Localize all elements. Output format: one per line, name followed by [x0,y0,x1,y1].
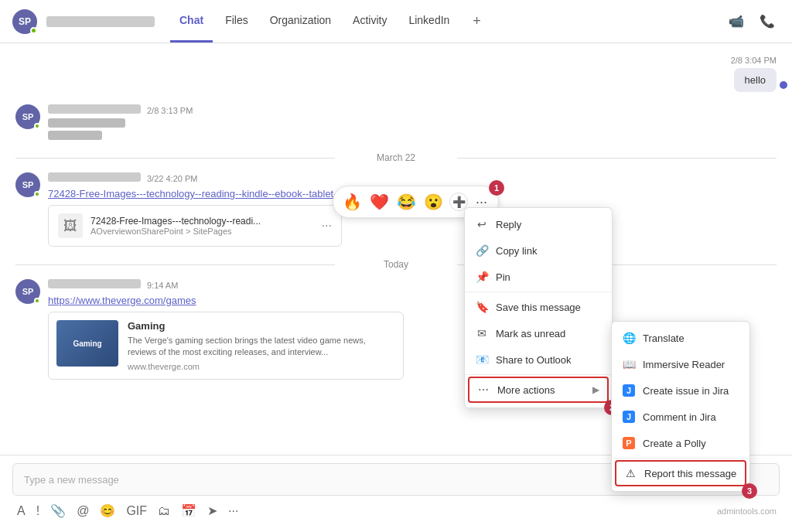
msg2-avatar: SP [15,172,40,197]
emoji-button[interactable]: 😊 [98,502,117,520]
message-input-placeholder: Type a new message [24,474,119,486]
exclamation-button[interactable]: ! [35,503,41,520]
sent-bubble-dot [780,81,787,89]
context-menu: ↩ Reply 🔗 Copy link 📌 Pin 🔖 Save this me… [464,207,613,408]
gif-button[interactable]: GIF [125,503,148,520]
ctx-reply[interactable]: ↩ Reply [465,211,612,237]
msg1-text2-blurred [48,131,102,140]
link-text-wrap: Gaming The Verge's gaming section brings… [128,320,395,371]
polly-icon: P [623,437,635,449]
audio-call-button[interactable]: 📞 [755,9,780,34]
tab-linkedin[interactable]: LinkedIn [399,0,459,43]
tab-chat[interactable]: Chat [170,0,213,43]
tab-files[interactable]: Files [216,0,258,43]
mention-button[interactable]: @ [75,503,90,520]
msg2-sender-blurred [48,172,141,182]
sub-immersive-reader[interactable]: 📖 Immersive Reader [612,351,749,377]
file-path: AOverviewonSharePoint > SitePages [90,227,314,236]
save-icon: 🔖 [476,301,488,313]
outlook-icon: 📧 [476,353,488,366]
online-indicator [34,298,40,304]
immersive-reader-icon: 📖 [623,358,635,370]
file-name: 72428-Free-Images---technology--readi... [90,216,314,227]
badge-3: 3 [742,483,757,499]
msg3-avatar: SP [15,279,40,304]
ctx-more-actions[interactable]: ⋯ More actions ▶ [468,377,609,403]
link-preview-title: Gaming [128,320,395,332]
user-avatar[interactable]: SP [12,9,37,34]
reply-icon: ↩ [476,218,488,230]
msg1-content: 2/8 3:13 PM [48,104,777,140]
online-indicator [30,27,37,34]
msg3-sender-blurred [48,279,141,288]
date-divider-today: Today [15,259,777,270]
ctx-share-outlook[interactable]: 📧 Share to Outlook [465,346,612,373]
ctx-copy-link[interactable]: 🔗 Copy link [465,237,612,264]
link-preview-desc: The Verge's gaming section brings the la… [128,335,395,359]
file-more-button[interactable]: ··· [322,219,332,233]
link-preview: Gaming Gaming The Verge's gaming section… [48,312,404,380]
ctx-divider [465,292,612,292]
attach-button[interactable]: 📎 [49,502,67,520]
sub-menu: 🌐 Translate 📖 Immersive Reader J Create … [611,321,750,492]
file-icon: 🖼 [58,213,83,238]
online-indicator [34,191,40,197]
tab-organization[interactable]: Organization [261,0,340,43]
video-icon: 📹 [729,14,744,29]
top-nav: SP Chat Files Organization Activity Link… [0,0,792,43]
msg3-link[interactable]: https://www.theverge.com/games [48,295,196,306]
send-button[interactable]: ➤ [206,502,219,520]
sub-create-polly[interactable]: P Create a Polly [612,430,749,456]
sub-translate[interactable]: 🌐 Translate [612,325,749,351]
sent-message-bubble: hello [734,68,777,92]
tab-activity[interactable]: Activity [343,0,396,43]
emoji-wow-button[interactable]: 😮 [422,191,445,213]
sub-report-message[interactable]: ⚠ Report this message [615,460,746,486]
translate-icon: 🌐 [623,332,635,344]
jira-icon: J [623,384,635,397]
ctx-pin[interactable]: 📌 Pin [465,264,612,290]
more-actions-icon: ⋯ [477,384,490,396]
sub-comment-jira[interactable]: J Comment in Jira [612,404,749,430]
nav-tabs: Chat Files Organization Activity LinkedI… [170,0,489,43]
pin-icon: 📌 [476,271,488,283]
nav-actions: 📹 📞 [724,9,780,34]
link-preview-image: Gaming [56,320,118,367]
report-icon: ⚠ [624,467,637,479]
copy-link-icon: 🔗 [476,244,488,257]
msg3-header: 9:14 AM [48,279,777,290]
emoji-laugh-button[interactable]: 😂 [395,191,418,213]
msg1-sender-blurred [48,104,141,114]
input-toolbar: A ! 📎 @ 😊 GIF 🗂 📅 ➤ ··· admintools.com [12,502,780,520]
sent-message-time: 2/8 3:04 PM [731,56,777,65]
video-call-button[interactable]: 📹 [724,9,749,34]
admin-footer-text: admintools.com [717,506,777,516]
date-divider-march22: March 22 [15,152,777,163]
sub-create-jira-issue[interactable]: J Create issue in Jira [612,377,749,404]
user-name-blurred [46,16,155,27]
online-indicator [34,123,40,129]
ctx-save-message[interactable]: 🔖 Save this message [465,294,612,320]
ctx-mark-unread[interactable]: ✉ Mark as unread [465,320,612,346]
msg1-header: 2/8 3:13 PM [48,104,777,115]
unread-icon: ✉ [476,327,488,339]
phone-icon: 📞 [760,14,775,29]
chevron-right-icon: ▶ [592,384,599,395]
sticker-button[interactable]: 🗂 [156,503,172,520]
jira-comment-icon: J [623,411,635,423]
msg2-header: 3/22 4:20 PM [48,172,777,183]
emoji-heart-button[interactable]: ❤️ [368,191,391,213]
file-card: 🖼 72428-Free-Images---technology--readi.… [48,205,342,247]
message-row-1: SP 2/8 3:13 PM [15,104,777,140]
badge-1: 1 [489,180,504,196]
own-message-row: 2/8 3:04 PM hello [15,56,777,92]
msg1-avatar: SP [15,104,40,129]
meeting-button[interactable]: 📅 [179,502,198,520]
format-button[interactable]: A [15,503,27,520]
msg1-text-blurred [48,118,125,128]
sub-divider [612,458,749,459]
add-tab-button[interactable]: + [465,0,489,43]
ctx-divider2 [465,374,612,375]
emoji-fire-button[interactable]: 🔥 [341,191,364,213]
more-input-button[interactable]: ··· [227,503,240,520]
